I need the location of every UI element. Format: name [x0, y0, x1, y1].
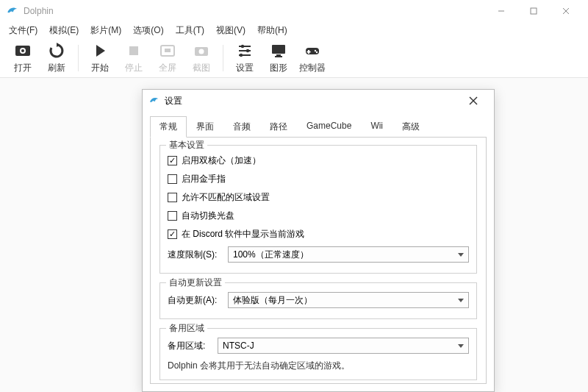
settings-button[interactable]: 设置: [228, 42, 262, 74]
row-fallback-region: 备用区域: NTSC-J: [168, 335, 469, 357]
refresh-button[interactable]: 刷新: [40, 42, 74, 74]
play-icon: [91, 42, 109, 60]
toolbar-separator: [78, 45, 79, 71]
checkbox-icon: [168, 174, 177, 184]
checkbox-discord-presence[interactable]: 在 Discord 软件中显示当前游戏: [168, 225, 469, 243]
fallback-region-select[interactable]: NTSC-J: [218, 338, 469, 354]
tab-general[interactable]: 常规: [150, 116, 187, 138]
fallback-region-label: 备用区域:: [168, 340, 212, 352]
menu-help[interactable]: 帮助(H): [251, 23, 293, 38]
settings-dialog: 设置 常规 界面 音频 路径 GameCube Wii 高级 基本设置 启用双核…: [142, 89, 495, 392]
group-fallback-legend: 备用区域: [166, 322, 207, 335]
fullscreen-label: 全屏: [159, 62, 176, 74]
toolbar-separator-2: [223, 45, 223, 71]
svg-rect-23: [307, 51, 311, 52]
svg-point-24: [315, 49, 316, 51]
auto-update-select[interactable]: 体验版（每月一次）: [228, 292, 469, 308]
menubar: 文件(F) 模拟(E) 影片(M) 选项(O) 工具(T) 视图(V) 帮助(H…: [0, 22, 588, 38]
fallback-region-note: Dolphin 会将其用于无法自动确定区域的游戏。: [168, 357, 469, 372]
group-basic-settings: 基本设置 启用双核心（加速） 启用金手指 允许不匹配的区域设置 自动切换光盘 在…: [159, 145, 477, 274]
row-speed-limit: 速度限制(S): 100%（正常速度）: [168, 243, 469, 266]
menu-emulation[interactable]: 模拟(E): [43, 23, 85, 38]
open-button[interactable]: 打开: [6, 42, 40, 74]
tab-gamecube[interactable]: GameCube: [297, 116, 361, 138]
svg-rect-18: [272, 45, 285, 54]
play-button[interactable]: 开始: [83, 42, 117, 74]
svg-rect-20: [275, 56, 282, 57]
camera-icon: [193, 42, 210, 60]
sliders-icon: [236, 42, 254, 60]
checkbox-icon: [168, 156, 177, 165]
minimize-button[interactable]: [485, 0, 517, 22]
graphics-button[interactable]: 图形: [262, 42, 295, 74]
checkbox-mismatched-region[interactable]: 允许不匹配的区域设置: [168, 188, 469, 207]
tab-paths[interactable]: 路径: [260, 116, 297, 138]
svg-rect-9: [165, 49, 171, 52]
fullscreen-icon: [159, 42, 176, 60]
controllers-label: 控制器: [299, 62, 326, 74]
checkbox-auto-disc[interactable]: 自动切换光盘: [168, 207, 469, 225]
menu-options[interactable]: 选项(O): [127, 23, 169, 38]
checkbox-icon: [168, 193, 177, 202]
menu-tools[interactable]: 工具(T): [170, 23, 210, 38]
checkbox-label: 启用双核心（加速）: [182, 154, 261, 167]
checkbox-cheats[interactable]: 启用金手指: [168, 170, 469, 188]
stop-label: 停止: [125, 62, 143, 74]
svg-point-13: [241, 44, 244, 47]
svg-rect-7: [129, 46, 138, 55]
graphics-label: 图形: [270, 62, 287, 74]
svg-point-25: [316, 51, 318, 52]
menu-file[interactable]: 文件(F): [3, 23, 43, 38]
tab-panel-general: 基本设置 启用双核心（加速） 启用金手指 允许不匹配的区域设置 自动切换光盘 在…: [150, 137, 487, 384]
controllers-button[interactable]: 控制器: [295, 42, 329, 74]
checkbox-label: 在 Discord 软件中显示当前游戏: [182, 228, 304, 240]
menu-view[interactable]: 视图(V): [210, 23, 251, 38]
row-auto-update: 自动更新(A): 体验版（每月一次）: [168, 289, 469, 311]
dolphin-icon: [148, 95, 160, 107]
tab-audio[interactable]: 音频: [223, 116, 260, 138]
dialog-close-button[interactable]: [459, 90, 488, 112]
stop-button: 停止: [117, 42, 151, 74]
svg-point-6: [21, 49, 24, 52]
svg-rect-19: [276, 54, 281, 56]
tab-wii[interactable]: Wii: [361, 116, 392, 138]
group-auto-update: 自动更新设置 自动更新(A): 体验版（每月一次）: [159, 282, 477, 319]
select-value: NTSC-J: [223, 341, 254, 351]
monitor-icon: [270, 42, 287, 60]
refresh-icon: [48, 42, 65, 60]
group-basic-legend: 基本设置: [166, 139, 207, 152]
menu-movie[interactable]: 影片(M): [85, 23, 127, 38]
tab-interface[interactable]: 界面: [187, 116, 223, 138]
tab-advanced[interactable]: 高级: [392, 116, 429, 138]
dialog-title: 设置: [165, 95, 459, 107]
auto-update-label: 自动更新(A):: [168, 294, 222, 307]
select-value: 100%（正常速度）: [233, 249, 309, 261]
maximize-button[interactable]: [517, 0, 550, 22]
play-label: 开始: [91, 62, 109, 74]
screenshot-button: 截图: [184, 42, 218, 74]
dialog-titlebar: 设置: [143, 90, 494, 112]
svg-point-17: [240, 53, 243, 56]
refresh-label: 刷新: [48, 62, 65, 74]
fullscreen-button: 全屏: [151, 42, 184, 74]
checkbox-icon: [168, 211, 177, 221]
speed-limit-select[interactable]: 100%（正常速度）: [228, 246, 469, 263]
checkbox-label: 自动切换光盘: [182, 210, 234, 222]
checkbox-dual-core[interactable]: 启用双核心（加速）: [168, 152, 469, 170]
stop-icon: [125, 42, 143, 60]
screenshot-label: 截图: [193, 62, 210, 74]
svg-rect-1: [531, 8, 537, 14]
settings-label: 设置: [236, 62, 254, 74]
chevron-down-icon: [458, 344, 464, 348]
close-button[interactable]: [550, 0, 582, 22]
group-update-legend: 自动更新设置: [166, 277, 225, 289]
gamepad-icon: [304, 42, 321, 60]
dolphin-icon: [6, 4, 19, 18]
settings-tabs: 常规 界面 音频 路径 GameCube Wii 高级: [143, 116, 494, 138]
window-controls: [485, 0, 582, 22]
select-value: 体验版（每月一次）: [233, 294, 312, 307]
toolbar: 打开 刷新 开始 停止 全屏 截图 设置 图形 控制器: [0, 38, 588, 78]
chevron-down-icon: [458, 253, 464, 257]
chevron-down-icon: [458, 299, 464, 302]
open-icon: [14, 42, 32, 60]
